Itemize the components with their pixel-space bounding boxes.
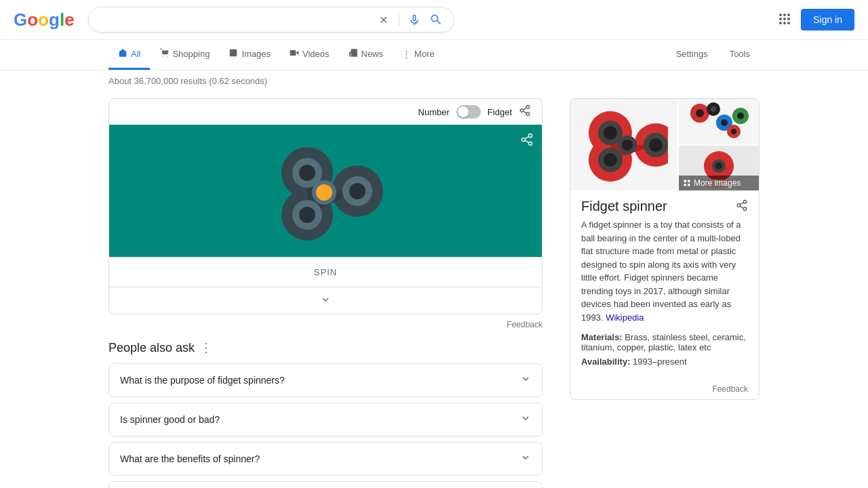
google-logo[interactable]: Google	[14, 9, 75, 30]
paa-item-2[interactable]: Is spinner good or bad?	[108, 403, 542, 436]
voice-search-icon[interactable]	[408, 13, 421, 26]
main-image[interactable]	[570, 99, 679, 190]
svg-rect-56	[688, 184, 690, 186]
chevron-down-icon	[520, 373, 531, 387]
knowledge-panel: More images Fidget spinner A fidget spin…	[570, 98, 760, 400]
svg-point-39	[696, 109, 704, 117]
svg-point-45	[737, 113, 744, 119]
svg-point-0	[163, 56, 163, 57]
side-image-bottom[interactable]: More images	[679, 146, 759, 190]
svg-point-37	[622, 140, 633, 150]
side-image-top[interactable]	[679, 99, 759, 144]
svg-point-7	[520, 109, 524, 113]
paa-title: People also ask	[108, 341, 195, 355]
svg-point-20	[299, 165, 315, 181]
panel-share-icon[interactable]	[736, 199, 748, 214]
main-content: Number Fidget	[0, 98, 868, 488]
more-dots-icon: ⋮	[402, 49, 411, 59]
svg-line-61	[740, 202, 743, 204]
paa-item-3[interactable]: What are the benefits of spinner?	[108, 442, 542, 476]
paa-item-1[interactable]: What is the purpose of fidget spinners?	[108, 363, 542, 397]
tab-images[interactable]: Images	[219, 40, 280, 70]
videos-icon	[290, 48, 299, 60]
clear-icon[interactable]	[377, 13, 391, 26]
sign-in-button[interactable]: Sign in	[801, 9, 854, 30]
tab-news[interactable]: News	[339, 40, 393, 70]
search-input[interactable]: fidget spinner	[100, 14, 372, 26]
images-icon	[229, 48, 238, 60]
svg-point-8	[526, 113, 530, 116]
svg-point-33	[649, 138, 663, 152]
tab-tools[interactable]: Tools	[720, 41, 760, 69]
paa-item-4[interactable]: When did fidget spinners die?	[108, 481, 542, 488]
wikipedia-link[interactable]: Wikipedia	[606, 312, 644, 323]
spinner-widget-card: Number Fidget	[108, 98, 542, 314]
svg-point-51	[715, 163, 722, 169]
side-images: More images	[679, 99, 759, 190]
svg-point-41	[711, 106, 716, 112]
panel-title-row: Fidget spinner	[570, 190, 759, 218]
svg-point-22	[349, 183, 366, 199]
svg-rect-55	[684, 184, 687, 186]
all-icon	[118, 48, 127, 60]
panel-title: Fidget spinner	[581, 199, 667, 214]
svg-line-60	[740, 206, 743, 208]
apps-grid-icon[interactable]	[776, 11, 793, 29]
fidget-spinner-graphic	[254, 127, 397, 256]
svg-point-26	[316, 184, 332, 201]
svg-point-58	[737, 203, 741, 207]
news-icon	[349, 48, 358, 60]
tab-shopping[interactable]: Shopping	[150, 40, 219, 70]
paa-question-2[interactable]: Is spinner good or bad?	[109, 403, 542, 436]
svg-point-43	[721, 119, 728, 126]
materials-attribute: Materials: Brass, stainless steel, ceram…	[581, 332, 748, 352]
svg-rect-54	[688, 180, 690, 183]
tab-more[interactable]: ⋮ More	[393, 41, 444, 69]
chevron-down-icon	[520, 452, 531, 466]
images-grid[interactable]: More images	[570, 99, 759, 190]
paa-question-4[interactable]: When did fidget spinners die?	[109, 482, 542, 488]
svg-line-14	[525, 140, 529, 142]
toggle-knob	[458, 106, 469, 117]
chevron-down-icon	[320, 296, 331, 307]
tab-all[interactable]: All	[108, 40, 150, 70]
right-column: More images Fidget spinner A fidget spin…	[570, 98, 760, 488]
svg-line-10	[523, 108, 526, 110]
shopping-icon	[159, 48, 169, 60]
panel-feedback-link[interactable]: Feedback	[570, 379, 759, 399]
paa-header: People also ask ⋮	[108, 340, 542, 355]
spinner-header: Number Fidget	[109, 99, 542, 125]
toggle-switch[interactable]	[456, 105, 481, 119]
search-bar: fidget spinner	[88, 7, 454, 33]
share-icon[interactable]	[519, 104, 531, 119]
search-submit-icon[interactable]	[429, 13, 443, 26]
tab-settings[interactable]: Settings	[667, 41, 717, 69]
paa-options-icon[interactable]: ⋮	[200, 340, 212, 355]
svg-point-24	[299, 207, 315, 223]
results-count: About 36,700,000 results (0.62 seconds)	[0, 70, 868, 92]
spinner-canvas[interactable]	[109, 125, 542, 257]
spinner-expand-button[interactable]	[109, 287, 542, 314]
svg-marker-4	[296, 51, 298, 55]
panel-description: A fidget spinner is a toy that consists …	[570, 218, 759, 332]
svg-point-31	[604, 126, 617, 140]
svg-line-15	[525, 136, 529, 138]
svg-point-3	[231, 51, 233, 52]
tab-videos[interactable]: Videos	[280, 40, 339, 70]
svg-line-9	[523, 111, 526, 113]
colorful-spinners-image	[685, 101, 753, 143]
spin-button[interactable]: SPIN	[109, 257, 542, 287]
chevron-down-icon	[520, 413, 531, 426]
left-column: Number Fidget	[108, 98, 542, 488]
more-images-overlay[interactable]: More images	[679, 176, 759, 190]
toggle-fidget-label: Fidget	[488, 107, 512, 117]
main-image-spinner	[580, 104, 668, 186]
svg-point-57	[743, 200, 747, 203]
share-canvas-icon[interactable]	[520, 133, 534, 150]
spinner-feedback-link[interactable]: Feedback	[108, 320, 542, 329]
paa-question-3[interactable]: What are the benefits of spinner?	[109, 443, 542, 475]
svg-point-59	[743, 207, 747, 211]
svg-point-11	[529, 134, 532, 138]
panel-attributes: Materials: Brass, stainless steel, ceram…	[570, 332, 759, 379]
paa-question-1[interactable]: What is the purpose of fidget spinners?	[109, 364, 542, 396]
